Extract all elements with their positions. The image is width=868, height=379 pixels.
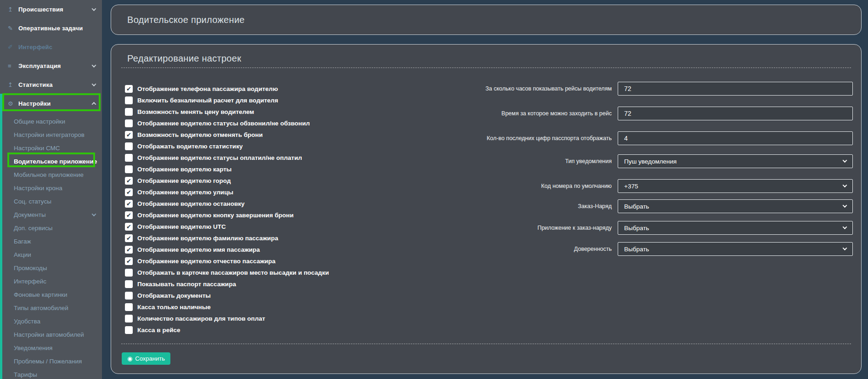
checkbox[interactable]	[125, 257, 133, 265]
checkbox-label: Касса в рейсе	[137, 327, 180, 334]
arrow-up-icon: ↥	[8, 81, 18, 88]
form-field-row: Доверенность Выбрать	[111, 242, 853, 256]
sidebar-subitem-integrator-settings[interactable]: Настройки интеграторов	[0, 128, 102, 141]
sidebar-subitem-background-images[interactable]: Фоновые картинки	[0, 288, 102, 301]
chevron-down-icon	[92, 82, 96, 86]
field-label: За сколько часов показывать рейсы водите…	[474, 85, 612, 92]
sidebar-subitem-label: Уведомления	[14, 345, 97, 351]
sidebar-subitem-social-statuses[interactable]: Соц. статусы	[0, 195, 102, 208]
chevron-up-icon	[92, 102, 96, 107]
page-title: Водительское приложение	[111, 5, 861, 34]
sidebar-item-statistics[interactable]: ↥ Статистика	[0, 75, 102, 94]
checkbox[interactable]	[125, 234, 133, 242]
edit-icon: ✐	[8, 44, 18, 51]
select-power-of-attorney[interactable]: Выбрать	[618, 242, 853, 256]
checkbox[interactable]	[125, 326, 133, 334]
chevron-down-icon	[843, 246, 847, 250]
sidebar-item-incidents[interactable]: ↥ Происшествия	[0, 0, 102, 19]
field-control: Выбрать	[618, 221, 853, 235]
select-work-order-attachment[interactable]: Выбрать	[618, 221, 853, 235]
sidebar-subitem-cron-settings[interactable]: Настройки крона	[0, 181, 102, 195]
checkbox[interactable]	[125, 280, 133, 288]
form-field-row: Тип уведомления Пуш уведомления	[111, 154, 853, 168]
checkbox-label: Отображение водителю фамилию пассажира	[137, 235, 278, 242]
sidebar-subitem-label: Промокоды	[14, 265, 97, 272]
checkbox[interactable]	[125, 303, 133, 311]
sidebar-item-operative-tasks[interactable]: ✎ Оперативные задачи	[0, 19, 102, 38]
sidebar-subitem-promocodes[interactable]: Промокоды	[0, 261, 102, 275]
sidebar-subitem-amenities[interactable]: Удобства	[0, 315, 102, 328]
sidebar-subitem-problems-wishes[interactable]: Проблемы / Пожелания	[0, 355, 102, 368]
select-work-order[interactable]: Выбрать	[618, 199, 853, 213]
gear-icon: ⚙	[8, 100, 18, 107]
checkbox-row[interactable]: Касса в рейсе	[125, 324, 329, 336]
checkbox[interactable]	[125, 269, 133, 277]
sidebar-subitem-label: Документы	[14, 211, 92, 218]
sidebar-subitem-label: Мобильное приложение	[14, 171, 97, 178]
sidebar-item-label: Эксплуатация	[18, 62, 92, 69]
field-control: Пуш уведомления	[618, 154, 853, 168]
sidebar-item-exploitation[interactable]: ≡ Эксплуатация	[0, 57, 102, 75]
save-button[interactable]: ◉ Сохранить	[122, 352, 170, 365]
sidebar-subitem-label: Водительское приложение	[14, 158, 97, 165]
pen-icon: ✎	[8, 25, 18, 32]
chevron-down-icon	[92, 63, 96, 68]
checkbox[interactable]	[125, 292, 133, 300]
checkbox[interactable]	[125, 315, 133, 322]
field-control	[618, 131, 853, 145]
sidebar-subitem-baggage[interactable]: Багаж	[0, 235, 102, 248]
settings-panel-title: Редактирование настроек	[111, 51, 241, 65]
checkbox[interactable]	[125, 96, 133, 104]
sidebar-item-settings[interactable]: ⚙ Настройки	[0, 94, 102, 113]
select-value: Выбрать	[624, 203, 649, 210]
settings-panel: Редактирование настроек Отображение теле…	[111, 44, 862, 374]
input-time-enter-trip[interactable]	[618, 107, 853, 120]
input-hours-show-trips[interactable]	[618, 82, 853, 96]
sidebar-subitem-documents[interactable]: Документы	[0, 208, 102, 221]
sidebar-subitem-label: Настройки интеграторов	[14, 131, 97, 138]
sidebar-subitem-promotions[interactable]: Акции	[0, 248, 102, 261]
sidebar-main-menu: ↥ Происшествия ✎ Оперативные задачи ✐ Ин…	[0, 0, 102, 113]
form-field-row: Заказ-Наряд Выбрать	[111, 199, 853, 213]
field-label: Тип уведомления	[474, 158, 612, 165]
sidebar-subitem-label: Настройки СМС	[14, 145, 97, 152]
main-content: Водительское приложение Редактирование н…	[102, 0, 868, 379]
sidebar-subitem-driver-app[interactable]: Водительское приложение	[0, 155, 102, 168]
checkbox-row[interactable]: Включить безналичный расчет для водителя	[125, 95, 329, 106]
checkbox[interactable]	[125, 119, 133, 127]
separator-top	[121, 68, 851, 68]
sidebar-subitem-general-settings[interactable]: Общие настройки	[0, 115, 102, 128]
sidebar-subitem-extra-services[interactable]: Доп. сервисы	[0, 221, 102, 235]
checkbox-row[interactable]: Показывать паспорт пассажира	[125, 278, 329, 290]
checkbox-label: Отображать документы	[137, 292, 211, 299]
sidebar-subitem-interface-sub[interactable]: Интерфейс	[0, 275, 102, 288]
sidebar-subitem-tariffs[interactable]: Тарифы	[0, 368, 102, 379]
chevron-down-icon	[843, 203, 847, 208]
checkbox-row[interactable]: Отображать документы	[125, 290, 329, 301]
sidebar-item-interface[interactable]: ✐ Интерфейс	[0, 38, 102, 57]
select-value: Пуш уведомления	[624, 158, 676, 165]
sidebar-subitem-car-settings[interactable]: Настройки автомобилей	[0, 328, 102, 341]
checkbox-label: Показывать паспорт пассажира	[137, 281, 236, 288]
checkbox-row[interactable]: Касса только наличные	[125, 301, 329, 313]
chevron-down-icon	[843, 225, 847, 229]
chevron-down-icon	[92, 6, 96, 11]
sidebar-subitem-car-types[interactable]: Типы автомобилей	[0, 301, 102, 315]
input-passport-digits[interactable]	[618, 131, 853, 145]
sidebar-subitem-label: Багаж	[14, 238, 97, 245]
sidebar-subitem-label: Акции	[14, 251, 97, 258]
sidebar: ↥ Происшествия ✎ Оперативные задачи ✐ Ин…	[0, 0, 102, 379]
sidebar-subitem-label: Типы автомобилей	[14, 305, 97, 311]
sidebar-subitem-notifications[interactable]: Уведомления	[0, 341, 102, 355]
select-notification-type[interactable]: Пуш уведомления	[618, 154, 853, 168]
sidebar-item-label: Настройки	[18, 100, 92, 107]
select-value: +375	[624, 183, 638, 190]
checkbox-row[interactable]: Отображать в карточке пассажиров место в…	[125, 267, 329, 278]
sidebar-subitem-mobile-app[interactable]: Мобильное приложение	[0, 168, 102, 181]
field-label: Код номера по умолчанию	[474, 182, 612, 190]
select-default-phone-code[interactable]: +375	[618, 179, 853, 193]
checkbox-row[interactable]: Отображение водителю отчество пассажира	[125, 255, 329, 267]
chevron-down-icon	[843, 183, 847, 187]
checkbox-row[interactable]: Количество пассажиров для типов оплат	[125, 313, 329, 324]
sidebar-subitem-sms-settings[interactable]: Настройки СМС	[0, 141, 102, 155]
